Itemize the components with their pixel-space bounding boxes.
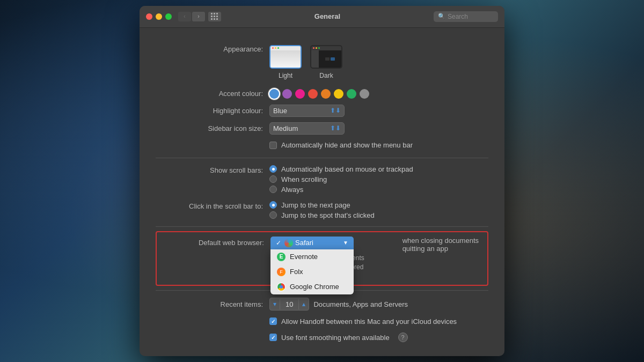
search-box[interactable]: 🔍 Search — [434, 11, 498, 22]
light-label: Light — [279, 72, 292, 79]
forward-button[interactable]: › — [192, 12, 205, 21]
highlight-colour-arrows: ⬆⬇ — [330, 107, 341, 114]
scroll-always-option[interactable]: Always — [269, 186, 413, 194]
stepper-up-button[interactable]: ▴ — [299, 298, 309, 310]
sidebar-icon-size-arrows: ⬆⬇ — [330, 124, 341, 132]
accent-colour-row: Accent colour: — [140, 86, 504, 102]
accent-pink[interactable] — [295, 89, 305, 99]
grid-icon — [211, 13, 218, 20]
stepper-down-button[interactable]: ▾ — [270, 298, 280, 310]
jump-next-option[interactable]: Jump to the next page — [269, 201, 375, 209]
settings-content: Appearance: Light — [140, 28, 504, 356]
back-button[interactable]: ‹ — [178, 12, 191, 21]
scroll-when-option[interactable]: When scrolling — [269, 175, 413, 183]
accent-colors — [269, 89, 369, 99]
browser-dropdown: ✓ Safari ▼ E Evernote F Folx — [270, 237, 354, 249]
scroll-bars-options: Automatically based on mouse or trackpad… — [269, 165, 413, 194]
font-smoothing-checkbox[interactable] — [269, 334, 277, 341]
search-placeholder: Search — [448, 13, 468, 20]
sidebar-icon-size-label: Sidebar icon size: — [156, 124, 263, 132]
accent-red[interactable] — [308, 89, 318, 99]
sidebar-icon-size-select[interactable]: Medium ⬆⬇ — [269, 122, 345, 135]
appearance-options: Light — [269, 45, 342, 79]
scroll-always-radio[interactable] — [269, 186, 277, 193]
safari-icon — [284, 239, 293, 247]
jump-next-label: Jump to the next page — [281, 201, 350, 209]
recent-items-label: Recent items: — [156, 300, 263, 308]
appearance-dark[interactable]: Dark — [310, 45, 342, 79]
browser-option-folx[interactable]: F Folx — [270, 264, 354, 279]
handoff-checkbox-row: Allow Handoff between this Mac and your … — [269, 317, 457, 326]
accent-blue[interactable] — [269, 89, 279, 99]
recent-items-stepper[interactable]: ▾ 10 ▴ — [269, 298, 309, 311]
browser-row: Default web browser: ✓ Safari ▼ E Everno… — [157, 234, 487, 252]
help-button[interactable]: ? — [398, 333, 408, 342]
font-smoothing-row: Use font smoothing when available ? — [140, 329, 504, 345]
font-smoothing-checkbox-label: Use font smoothing when available — [281, 334, 390, 342]
accent-graphite[interactable] — [360, 89, 369, 99]
jump-spot-radio[interactable] — [269, 211, 277, 219]
appearance-light[interactable]: Light — [269, 45, 302, 79]
traffic-lights — [146, 13, 172, 20]
click-scroll-options: Jump to the next page Jump to the spot t… — [269, 201, 375, 219]
folx-icon: F — [277, 268, 286, 276]
highlight-colour-select[interactable]: Blue ⬆⬇ — [269, 105, 345, 117]
scroll-when-radio[interactable] — [269, 175, 277, 183]
dropdown-arrow-icon: ▼ — [343, 240, 348, 246]
dark-label: Dark — [319, 72, 333, 79]
grid-view-button[interactable] — [208, 12, 221, 21]
browser-dropdown-trigger[interactable]: ✓ Safari ▼ — [270, 237, 354, 249]
minimize-button[interactable] — [156, 13, 162, 20]
scroll-always-label: Always — [281, 186, 303, 194]
search-icon: 🔍 — [438, 13, 445, 20]
sidebar-icon-size-value: Medium — [273, 124, 298, 132]
recent-items-suffix: Documents, Apps and Servers — [313, 300, 408, 308]
accent-purple[interactable] — [282, 89, 292, 99]
chrome-icon — [277, 283, 286, 291]
browser-option-evernote[interactable]: E Evernote — [270, 249, 354, 264]
highlight-colour-label: Highlight colour: — [156, 107, 263, 115]
accent-yellow[interactable] — [334, 89, 343, 99]
titlebar: ‹ › General 🔍 Search — [140, 6, 504, 28]
accent-orange[interactable] — [321, 89, 331, 99]
dark-thumb — [310, 45, 342, 69]
recent-items-value: 10 — [280, 299, 299, 309]
menu-bar-checkbox[interactable] — [269, 142, 277, 149]
click-scroll-bar-label: Click in the scroll bar to: — [156, 201, 263, 210]
menu-bar-checkbox-row: Automatically hide and show the menu bar — [269, 141, 413, 149]
jump-spot-option[interactable]: Jump to the spot that's clicked — [269, 211, 375, 219]
appearance-label: Appearance: — [156, 45, 263, 53]
settings-window: ‹ › General 🔍 Search Appearance: — [140, 6, 504, 356]
font-smoothing-checkbox-row: Use font smoothing when available ? — [269, 333, 408, 342]
close-docs-text: when closing documents quitting an app — [402, 237, 479, 253]
accent-green[interactable] — [347, 89, 356, 99]
browser-selected: Safari — [295, 239, 341, 247]
nav-buttons: ‹ › — [178, 12, 205, 21]
separator-2 — [156, 226, 488, 227]
maximize-button[interactable] — [165, 13, 172, 20]
chrome-label: Google Chrome — [290, 283, 339, 291]
handoff-checkbox[interactable] — [269, 317, 277, 325]
close-button[interactable] — [146, 13, 152, 20]
highlight-colour-value: Blue — [273, 107, 287, 115]
browser-dropdown-menu: E Evernote F Folx Google Chrome — [270, 249, 354, 294]
browser-option-chrome[interactable]: Google Chrome — [270, 279, 354, 294]
light-thumb — [269, 45, 302, 69]
scroll-auto-label: Automatically based on mouse or trackpad — [281, 165, 413, 173]
menu-bar-checkbox-label: Automatically hide and show the menu bar — [281, 141, 413, 149]
scroll-auto-option[interactable]: Automatically based on mouse or trackpad — [269, 165, 413, 173]
separator-1 — [156, 158, 488, 158]
handoff-row: Allow Handoff between this Mac and your … — [140, 313, 504, 329]
evernote-icon: E — [277, 253, 286, 261]
browser-section: Default web browser: ✓ Safari ▼ E Everno… — [156, 231, 488, 286]
checkmark-icon: ✓ — [276, 239, 281, 247]
jump-spot-label: Jump to the spot that's clicked — [281, 211, 375, 219]
folx-label: Folx — [290, 268, 303, 276]
evernote-label: Evernote — [290, 253, 318, 261]
jump-next-radio[interactable] — [269, 201, 277, 209]
accent-colour-label: Accent colour: — [156, 90, 263, 98]
scroll-auto-radio[interactable] — [269, 165, 277, 173]
sidebar-icon-size-row: Sidebar icon size: Medium ⬆⬇ — [140, 120, 504, 137]
browser-label: Default web browser: — [157, 239, 264, 247]
click-scroll-bar-row: Click in the scroll bar to: Jump to the … — [140, 198, 504, 222]
